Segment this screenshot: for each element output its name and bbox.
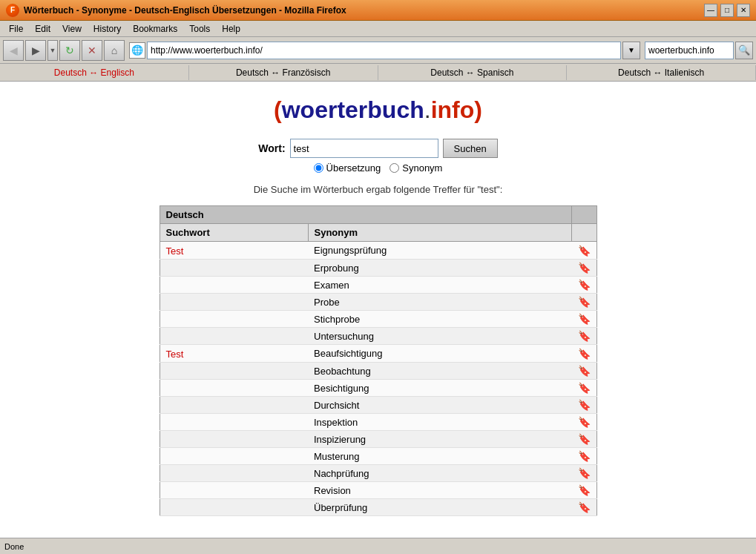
address-bar-area: 🌐 ▼	[129, 42, 640, 59]
table-row: Inspektion🔖	[160, 414, 596, 431]
stop-button[interactable]: ✕	[82, 40, 102, 61]
table-row: Überprüfung🔖	[160, 499, 596, 516]
table-cell-synonym: Eignungsprüfung	[308, 242, 572, 260]
table-cell-synonym: Beobachtung	[308, 363, 572, 380]
table-row: Nachprüfung🔖	[160, 465, 596, 482]
radio-row: Übersetzung Synonym	[15, 162, 741, 174]
table-col-synonym: Synonym	[308, 224, 572, 242]
table-row: Beobachtung🔖	[160, 363, 596, 380]
table-cell-synonym: Inspektion	[308, 414, 572, 431]
browser-search-button[interactable]: 🔍	[735, 42, 753, 59]
page-content: (woerterbuch.info) Wort: Suchen Übersetz…	[0, 82, 756, 531]
menu-bookmarks[interactable]: Bookmarks	[127, 22, 183, 36]
table-cell-keyword	[160, 260, 308, 277]
table-cell-icon[interactable]: 🔖	[572, 277, 597, 294]
table-cell-keyword	[160, 448, 308, 465]
table-row: Besichtigung🔖	[160, 380, 596, 397]
table-cell-synonym: Durchsicht	[308, 397, 572, 414]
table-cell-synonym: Untersuchung	[308, 328, 572, 345]
address-input[interactable]	[147, 42, 621, 59]
minimize-button[interactable]: —	[704, 4, 717, 17]
bookmark-deutsch-italienisch[interactable]: Deutsch ↔ Italienisch	[567, 65, 756, 80]
menu-history[interactable]: History	[88, 22, 127, 36]
search-form: Wort: Suchen Übersetzung Synonym	[15, 139, 741, 174]
menu-edit[interactable]: Edit	[29, 22, 56, 36]
firefox-icon: F	[6, 4, 19, 17]
site-logo: (woerterbuch.info)	[15, 96, 741, 124]
suchen-button[interactable]: Suchen	[443, 139, 498, 158]
close-button[interactable]: ✕	[737, 4, 750, 17]
wort-input[interactable]	[290, 139, 438, 158]
toolbar: ◀ ▶ ▼ ↻ ✕ ⌂ 🌐 ▼ 🔍	[0, 37, 756, 64]
table-col-header-row: Suchwort Synonym	[160, 224, 596, 242]
table-cell-icon[interactable]: 🔖	[572, 328, 597, 345]
window-controls[interactable]: — □ ✕	[704, 4, 750, 17]
table-row: Durchsicht🔖	[160, 397, 596, 414]
maximize-button[interactable]: □	[720, 4, 734, 17]
table-row: Probe🔖	[160, 294, 596, 311]
table-cell-icon[interactable]: 🔖	[572, 482, 597, 499]
table-cell-synonym: Examen	[308, 277, 572, 294]
table-body: TestEignungsprüfung🔖Erprobung🔖Examen🔖Pro…	[160, 242, 596, 516]
table-cell-synonym: Überprüfung	[308, 499, 572, 516]
table-cell-icon[interactable]: 🔖	[572, 260, 597, 277]
table-row: Untersuchung🔖	[160, 328, 596, 345]
browser-search-input[interactable]	[645, 42, 734, 59]
home-button[interactable]: ⌂	[104, 40, 125, 61]
table-cell-icon[interactable]: 🔖	[572, 448, 597, 465]
table-cell-synonym: Beaufsichtigung	[308, 345, 572, 363]
bookmark-deutsch-franzoesisch[interactable]: Deutsch ↔ Französisch	[189, 65, 378, 80]
table-row: Stichprobe🔖	[160, 311, 596, 328]
table-cell-icon[interactable]: 🔖	[572, 363, 597, 380]
bookmark-deutsch-englisch[interactable]: Deutsch ↔ Englisch	[0, 65, 189, 80]
table-row: Musterung🔖	[160, 448, 596, 465]
menu-help[interactable]: Help	[216, 22, 246, 36]
table-cell-icon[interactable]: 🔖	[572, 242, 597, 260]
address-dropdown[interactable]: ▼	[622, 42, 640, 59]
table-cell-synonym: Inspizierung	[308, 431, 572, 448]
status-bar: Done	[0, 538, 756, 554]
logo-paren-close: )	[474, 96, 482, 123]
table-cell-keyword	[160, 414, 308, 431]
table-cell-keyword	[160, 397, 308, 414]
bookmarks-bar: Deutsch ↔ Englisch Deutsch ↔ Französisch…	[0, 64, 756, 82]
table-cell-synonym: Stichprobe	[308, 311, 572, 328]
table-cell-icon[interactable]: 🔖	[572, 294, 597, 311]
table-row: Erprobung🔖	[160, 260, 596, 277]
radio-uebersetzung[interactable]: Übersetzung	[314, 162, 381, 174]
table-cell-icon[interactable]: 🔖	[572, 380, 597, 397]
table-cell-keyword	[160, 431, 308, 448]
forward-dropdown[interactable]: ▼	[47, 40, 58, 61]
menu-tools[interactable]: Tools	[183, 22, 216, 36]
forward-button[interactable]: ▶	[25, 40, 46, 61]
table-cell-synonym: Probe	[308, 294, 572, 311]
page-icon: 🌐	[129, 42, 145, 59]
table-cell-icon[interactable]: 🔖	[572, 431, 597, 448]
table-cell-icon[interactable]: 🔖	[572, 345, 597, 363]
search-area: 🔍	[645, 42, 753, 59]
result-text: Die Suche im Wörterbuch ergab folgende T…	[15, 184, 741, 195]
table-cell-keyword: Test	[160, 345, 308, 363]
bookmark-deutsch-spanisch[interactable]: Deutsch ↔ Spanisch	[378, 65, 568, 80]
logo-info: info	[431, 96, 475, 123]
table-header-row: Deutsch	[160, 206, 596, 224]
table-cell-keyword	[160, 482, 308, 499]
table-cell-synonym: Revision	[308, 482, 572, 499]
table-cell-icon[interactable]: 🔖	[572, 499, 597, 516]
menu-file[interactable]: File	[3, 22, 29, 36]
table-cell-icon[interactable]: 🔖	[572, 311, 597, 328]
table-cell-icon[interactable]: 🔖	[572, 414, 597, 431]
logo-paren-open: (	[274, 96, 282, 123]
table-cell-keyword	[160, 328, 308, 345]
reload-button[interactable]: ↻	[59, 40, 80, 61]
table-cell-keyword: Test	[160, 242, 308, 260]
back-button[interactable]: ◀	[3, 40, 24, 61]
content-area: (woerterbuch.info) Wort: Suchen Übersetz…	[0, 82, 756, 538]
table-cell-icon[interactable]: 🔖	[572, 465, 597, 482]
table-cell-keyword	[160, 363, 308, 380]
table-col-icon	[572, 224, 597, 242]
radio-synonym[interactable]: Synonym	[389, 162, 442, 174]
menu-view[interactable]: View	[56, 22, 88, 36]
table-cell-keyword	[160, 499, 308, 516]
table-cell-icon[interactable]: 🔖	[572, 397, 597, 414]
